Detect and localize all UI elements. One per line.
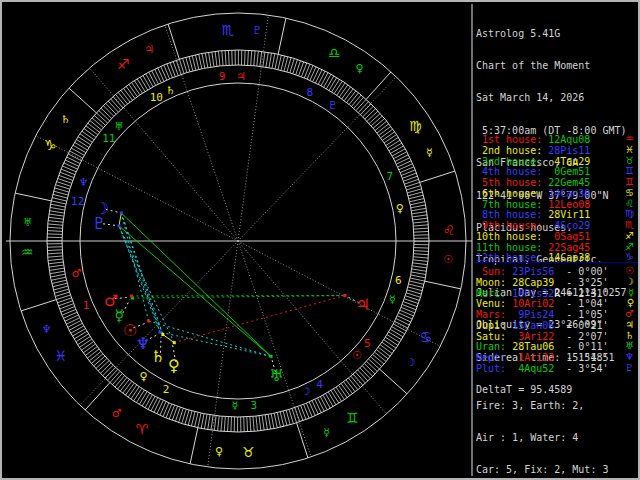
degree-tick bbox=[49, 268, 64, 270]
degree-tick bbox=[390, 329, 403, 337]
degree-tick bbox=[129, 84, 138, 96]
degree-tick bbox=[94, 115, 105, 125]
house-label: 7th house: bbox=[476, 199, 548, 210]
degree-tick bbox=[358, 370, 368, 381]
degree-tick bbox=[409, 195, 424, 199]
degree-tick bbox=[47, 253, 62, 254]
house-cusp-value: 0Sag51 bbox=[548, 231, 590, 242]
house-ruler-glyph: ♅ bbox=[114, 120, 124, 133]
degree-tick bbox=[371, 357, 382, 367]
degree-tick bbox=[96, 358, 107, 368]
degree-tick bbox=[106, 103, 116, 114]
degree-tick bbox=[120, 379, 129, 391]
degree-tick bbox=[125, 383, 134, 395]
planet-position-value: 1Ari33 bbox=[512, 352, 554, 363]
planet-position-dot bbox=[130, 294, 133, 297]
house-ruler-glyph: ♇ bbox=[327, 99, 337, 112]
degree-tick bbox=[155, 69, 162, 82]
sign-ruler-glyph: ♀ bbox=[215, 445, 223, 458]
degree-tick bbox=[339, 85, 348, 97]
planet-position-row: Plut: 4Aqu52 - 3°54'♇ bbox=[476, 364, 636, 375]
degree-tick bbox=[334, 389, 342, 402]
degree-tick bbox=[108, 101, 118, 112]
planet-label: Satu: bbox=[476, 331, 512, 342]
house-cusp-line bbox=[238, 241, 386, 414]
degree-tick bbox=[413, 218, 428, 220]
degree-tick bbox=[347, 91, 356, 103]
planet-glyph: ♃ bbox=[356, 295, 370, 314]
degree-tick bbox=[63, 312, 77, 318]
degree-tick bbox=[211, 415, 213, 430]
degree-tick bbox=[65, 315, 79, 321]
sign-boundary-line bbox=[366, 72, 391, 99]
planet-label: Sun: bbox=[476, 266, 512, 277]
degree-tick bbox=[76, 139, 89, 147]
zodiac-sign-glyph: ♈ bbox=[136, 421, 149, 437]
degree-tick bbox=[51, 201, 66, 204]
degree-tick bbox=[231, 417, 232, 432]
degree-tick bbox=[395, 155, 408, 162]
degree-tick bbox=[328, 392, 336, 405]
degree-tick bbox=[202, 53, 205, 68]
degree-tick bbox=[384, 340, 396, 348]
house-ruler-glyph: ☉ bbox=[352, 349, 362, 362]
degree-tick bbox=[410, 278, 425, 281]
degree-tick bbox=[414, 231, 429, 232]
sign-ruler-glyph: ♅ bbox=[23, 216, 33, 229]
degree-tick bbox=[324, 74, 331, 87]
degree-tick bbox=[51, 277, 66, 280]
house-number: 4 bbox=[316, 378, 323, 391]
house-number: 5 bbox=[364, 337, 371, 350]
degree-tick bbox=[326, 394, 333, 407]
degree-tick bbox=[72, 329, 85, 336]
degree-tick bbox=[413, 225, 428, 226]
mode-counts: Car: 5, Fix: 2, Mut: 3 bbox=[476, 465, 608, 476]
zodiac-sign-glyph: ♐ bbox=[117, 56, 130, 72]
planet-position-value: 28Tau06 bbox=[512, 341, 554, 352]
degree-tick bbox=[408, 192, 422, 196]
degree-tick bbox=[118, 92, 127, 104]
degree-tick bbox=[329, 78, 337, 91]
degree-tick bbox=[81, 342, 93, 351]
degree-tick bbox=[344, 89, 353, 101]
degree-tick bbox=[71, 326, 84, 333]
planet-label: Nept: bbox=[476, 352, 512, 363]
degree-tick bbox=[161, 66, 167, 80]
planet-position-dot bbox=[120, 212, 123, 215]
planet-label: Uran: bbox=[476, 341, 512, 352]
degree-tick bbox=[51, 204, 66, 207]
degree-tick bbox=[151, 398, 158, 411]
degree-tick bbox=[387, 335, 400, 343]
planet-position-value: 3Ari22 bbox=[512, 331, 554, 342]
degree-tick bbox=[64, 163, 78, 169]
zodiac-sign-glyph: ♓ bbox=[54, 348, 67, 364]
degree-tick bbox=[382, 132, 394, 141]
planet-glyph: ♇ bbox=[92, 214, 106, 233]
planet-glyph: ♆ bbox=[136, 334, 150, 353]
planet-glyph: ♅ bbox=[269, 366, 283, 385]
degree-tick bbox=[316, 70, 323, 83]
degree-tick bbox=[52, 280, 67, 283]
degree-tick bbox=[105, 367, 115, 378]
degree-tick bbox=[117, 378, 126, 390]
degree-tick bbox=[48, 224, 63, 225]
sign-ruler-glyph: ♃ bbox=[144, 43, 154, 56]
degree-tick bbox=[50, 207, 65, 210]
planet-position-dot bbox=[161, 333, 164, 336]
degree-tick bbox=[160, 402, 166, 416]
degree-tick bbox=[80, 134, 92, 142]
planet-latitude-value: - 3°25' bbox=[560, 277, 608, 288]
degree-tick bbox=[78, 137, 91, 145]
house-ruler-glyph: ♂ bbox=[71, 267, 81, 280]
planet-position-list: Sun: 23Pis56 - 0°00'☉Moon: 28Cap39 - 3°2… bbox=[476, 267, 636, 375]
degree-tick bbox=[189, 56, 193, 70]
house-cusp-value: 4Tau29 bbox=[548, 156, 590, 167]
degree-tick bbox=[76, 334, 89, 342]
degree-tick bbox=[412, 215, 427, 217]
house-cusp-value: 28Pis11 bbox=[548, 145, 590, 156]
degree-tick bbox=[376, 350, 388, 359]
degree-tick bbox=[351, 95, 361, 106]
degree-tick bbox=[414, 228, 429, 229]
planet-latitude-value: + 0°21' bbox=[560, 320, 608, 331]
degree-tick bbox=[309, 402, 315, 416]
